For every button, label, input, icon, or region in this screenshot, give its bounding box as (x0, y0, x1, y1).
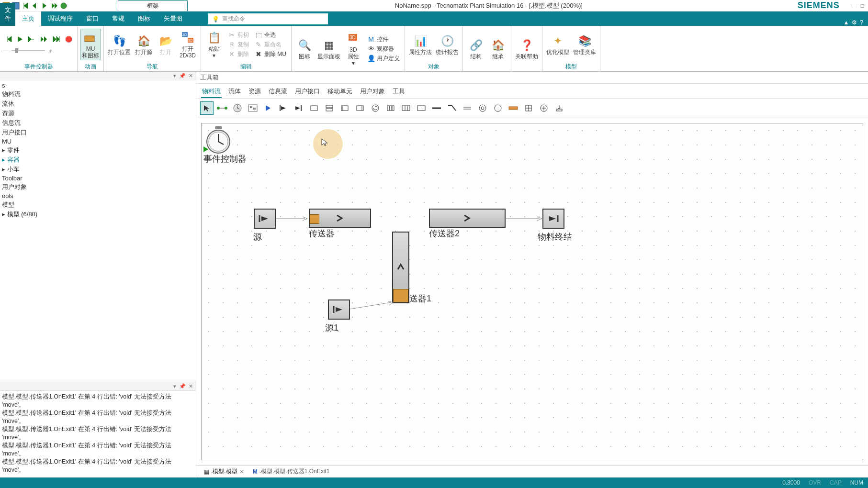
speed-slider[interactable] (11, 47, 45, 55)
line-icon[interactable] (430, 101, 443, 115)
parallel-station-icon[interactable] (323, 101, 336, 115)
toolbox-tab[interactable]: 移动单元 (327, 86, 353, 98)
console-body[interactable]: 模型.模型.传送器1.OnExit1' 在第 4 行出错: 'void' 无法接… (0, 391, 196, 476)
ff-button[interactable] (38, 34, 50, 44)
pin-icon[interactable]: 📌 (179, 383, 186, 389)
context-help-button[interactable]: ❓关联帮助 (514, 37, 539, 61)
settings-icon[interactable]: ⚙ (852, 19, 857, 26)
3d-attr-button[interactable]: 3D3D 属性▾ (343, 30, 363, 67)
station-icon[interactable] (307, 101, 321, 115)
model-canvas[interactable]: 事件控制器 源 传送器 (201, 123, 863, 460)
interface-icon[interactable] (537, 101, 551, 115)
mu-icon-button[interactable]: MU 和图标 (80, 29, 101, 60)
connector[interactable] (506, 215, 544, 222)
controls-button[interactable]: M控件 (365, 34, 402, 44)
tab-vector[interactable]: 矢量图 (157, 11, 189, 26)
attr-method-button[interactable]: 📊属性方法 (408, 33, 433, 56)
select-all-button[interactable]: ⬚全选 (253, 30, 288, 40)
toolbox-tab[interactable]: 信息流 (268, 86, 288, 98)
sorter-icon[interactable] (399, 101, 413, 115)
paste-button[interactable]: 📋粘贴▾ (204, 29, 224, 60)
angular-icon[interactable] (445, 101, 459, 115)
assembly-icon[interactable] (338, 101, 351, 115)
observer-button[interactable]: 👁观察器 (365, 44, 402, 54)
track-icon[interactable] (461, 101, 474, 115)
icons-button[interactable]: 🔍图标 (294, 37, 315, 61)
tree-item[interactable]: 流体 (0, 99, 196, 109)
node-source[interactable] (254, 209, 276, 229)
turntable-icon[interactable] (369, 101, 382, 115)
toolbox-tab[interactable]: 物料流 (201, 86, 222, 98)
step-back-icon[interactable] (31, 1, 39, 10)
tree-item[interactable]: ▸ 小车 (0, 165, 196, 174)
node-drain[interactable] (542, 209, 564, 229)
restore-icon[interactable]: □ (861, 2, 864, 9)
tree-panel[interactable]: s物料流流体资源信息流用户接口MU▸ 零件▸ 容器▸ 小车Toolbar用户对象… (0, 80, 196, 382)
search-box[interactable]: 💡 查找命令 (208, 13, 328, 24)
plus-icon[interactable]: ＋ (48, 47, 54, 55)
cut-button[interactable]: ✂剪切 (226, 30, 251, 40)
tab-icon[interactable]: 图标 (131, 11, 157, 26)
connector[interactable] (276, 215, 310, 222)
buffer-icon[interactable] (384, 101, 397, 115)
dropdown-icon[interactable]: ▾ (173, 383, 176, 389)
tab-general[interactable]: 常规 (105, 11, 131, 26)
connector[interactable] (350, 299, 396, 311)
open-2d3d-button[interactable]: 2D3D打开 2D/3D (178, 29, 198, 60)
frame-icon[interactable] (246, 101, 259, 115)
tree-item[interactable]: 物料流 (0, 89, 196, 99)
doc-tab-model[interactable]: ▦ .模型.模型 ✕ (200, 466, 248, 477)
open-pos-button[interactable]: 👣打开位置 (107, 33, 132, 56)
inherit-button[interactable]: 🏠继承 (488, 37, 508, 61)
source-icon[interactable] (277, 101, 290, 115)
play-icon[interactable] (261, 101, 275, 115)
drain-icon[interactable] (292, 101, 305, 115)
structure-button[interactable]: 🔗结构 (466, 37, 486, 61)
user-def-button[interactable]: 👤用户定义 (365, 54, 402, 63)
tab-debug[interactable]: 调试程序 (41, 11, 79, 26)
frame-tab[interactable]: 框架 (118, 0, 188, 11)
fast-forward-icon[interactable] (50, 1, 58, 10)
close-panel-icon[interactable]: ✕ (189, 383, 193, 389)
tree-item[interactable]: 资源 (0, 109, 196, 118)
transfer-icon[interactable] (552, 101, 566, 115)
tab-window[interactable]: 窗口 (79, 11, 105, 26)
tree-item[interactable]: 信息流 (0, 118, 196, 128)
play-button[interactable] (15, 34, 25, 44)
circle-icon[interactable] (491, 101, 505, 115)
rename-button[interactable]: ✎重命名 (253, 40, 288, 49)
node-conveyor[interactable] (309, 209, 371, 228)
delete-mu-button[interactable]: ✖删除 MU (253, 49, 288, 59)
pointer-icon[interactable] (200, 101, 214, 115)
stop-button[interactable]: 🛑 (63, 34, 74, 44)
tree-item[interactable]: ▸ 模型 (6/80) (0, 210, 196, 219)
rewind-icon[interactable] (21, 1, 30, 10)
open-origin-button[interactable]: 🏠打开源 (134, 33, 154, 56)
tree-item[interactable]: 用户接口 (0, 128, 196, 137)
manage-lib-button[interactable]: 📚管理类库 (572, 33, 597, 56)
node-conveyor1-vertical[interactable] (392, 232, 409, 303)
open-button[interactable]: 📂打开 (156, 33, 176, 56)
step-button[interactable] (26, 34, 37, 44)
tab-home[interactable]: 主页 (15, 11, 41, 26)
minus-icon[interactable]: — (3, 47, 9, 54)
copy-button[interactable]: ⎘复制 (226, 40, 251, 49)
minimize-icon[interactable]: — (851, 2, 857, 9)
event-controller-icon[interactable] (231, 101, 244, 115)
toolbox-tab[interactable]: 用户对象 (359, 86, 386, 98)
toolbox-tab[interactable]: 流体 (227, 86, 242, 98)
tree-item[interactable]: MU (0, 137, 196, 145)
tree-item[interactable]: ools (0, 192, 196, 200)
ff-end-button[interactable] (51, 34, 62, 44)
node-source1[interactable] (328, 299, 350, 320)
play-icon[interactable] (40, 1, 49, 10)
tree-item[interactable]: s (0, 81, 196, 89)
show-panel-button[interactable]: ▦显示面板 (316, 37, 341, 61)
rewind-button[interactable] (3, 34, 14, 44)
connector-icon[interactable] (215, 101, 229, 115)
flow-control-icon[interactable] (522, 101, 535, 115)
tree-item[interactable]: ▸ 零件 (0, 145, 196, 155)
tree-item[interactable]: 模型 (0, 200, 196, 210)
stats-button[interactable]: 🕐统计报告 (435, 33, 460, 56)
collapse-ribbon-icon[interactable]: ▲ (843, 19, 849, 26)
